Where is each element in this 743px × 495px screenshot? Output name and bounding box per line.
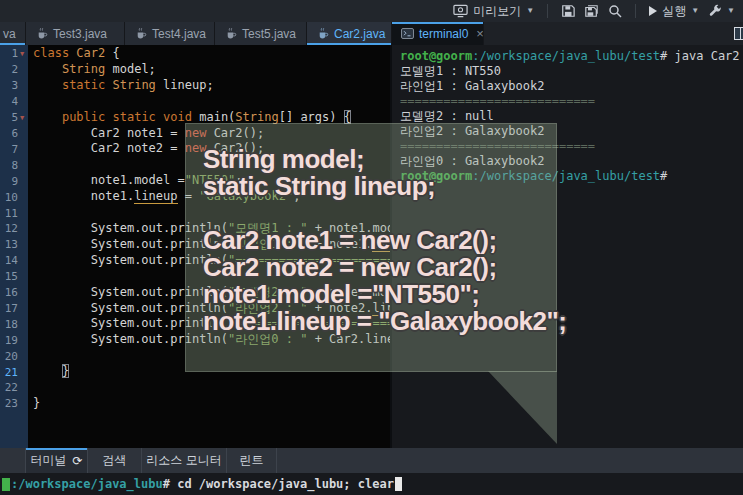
line-number[interactable]: 19 <box>0 332 28 348</box>
toolbar-divider <box>635 4 636 18</box>
terminal-output-line: 라인업1 : Galaxybook2 <box>400 79 743 94</box>
line-number[interactable]: 3 <box>0 78 28 94</box>
wrench-icon <box>708 4 722 18</box>
tab-lint-panel[interactable]: 린트 <box>227 448 277 473</box>
magnified-code-line: String model; <box>203 146 566 173</box>
tab-test4-java[interactable]: Test4.java <box>125 22 215 45</box>
tab-search-panel[interactable]: 검색 <box>88 448 142 473</box>
tab-car2-java[interactable]: Car2.java × <box>307 22 392 45</box>
line-number[interactable]: 22 <box>0 380 28 396</box>
magnified-code-line: Car2 note1 = new Car2(); <box>203 227 566 254</box>
terminal-output-line: root@goorm:/workspace/java_lubu/test# ja… <box>400 49 743 64</box>
split-view-icon[interactable] <box>734 27 743 40</box>
line-number[interactable]: 23 <box>0 396 28 412</box>
code-line <box>33 380 390 396</box>
java-file-icon <box>134 27 147 40</box>
line-number[interactable]: 21 <box>0 364 28 380</box>
line-number[interactable]: 18 <box>0 316 28 332</box>
code-line: static String lineup; <box>33 78 390 94</box>
play-icon <box>649 6 657 16</box>
line-number[interactable]: 17 <box>0 301 28 317</box>
line-number[interactable]: 12 <box>0 221 28 237</box>
ide-window: 미리보기 ▼ 실행 ▼ ▼ <box>0 0 743 495</box>
line-number[interactable]: 5▼ <box>0 110 28 126</box>
toolbar-divider <box>547 4 548 18</box>
code-line <box>33 94 390 110</box>
line-number[interactable]: 20 <box>0 348 28 364</box>
preview-button[interactable]: 미리보기 ▼ <box>453 3 534 20</box>
line-number-gutter: 1▼2345▼67891011121314151617181920212223 <box>0 45 28 448</box>
preview-monitor-icon <box>453 4 468 18</box>
terminal-output-line: 모델명2 : null <box>400 109 743 124</box>
close-icon[interactable]: × <box>476 27 484 40</box>
tab-test5-java[interactable]: Test5.java <box>215 22 307 45</box>
refresh-icon[interactable]: ⟳ <box>72 455 82 467</box>
chevron-down-icon: ▼ <box>526 7 534 15</box>
magnified-code-line: Car2 note2 = new Car2(); <box>203 254 566 281</box>
line-number[interactable]: 14 <box>0 253 28 269</box>
tools-button[interactable]: ▼ <box>708 4 735 18</box>
terminal-cursor <box>395 477 402 491</box>
tab-resource-monitor-panel[interactable]: 리소스 모니터 <box>142 448 227 473</box>
code-line: String model; <box>33 62 390 78</box>
chevron-down-icon: ▼ <box>727 7 735 15</box>
line-number[interactable]: 1▼ <box>0 46 28 62</box>
magnified-code-line: static String lineup; <box>203 173 566 200</box>
line-number[interactable]: 10 <box>0 189 28 205</box>
magnified-code-line: note1.model ="NT550"; <box>203 281 566 308</box>
top-toolbar: 미리보기 ▼ 실행 ▼ ▼ <box>0 0 743 22</box>
code-line: class Car2 { <box>33 46 390 62</box>
editor-tabs: va Test3.java Test4.java Test5.java <box>0 22 392 45</box>
run-label: 실행 <box>662 3 686 20</box>
terminal-output-line: 모델명1 : NT550 <box>400 64 743 79</box>
tab-partial-java-file[interactable]: va <box>0 22 26 45</box>
line-number[interactable]: 8 <box>0 157 28 173</box>
tab-row: va Test3.java Test4.java Test5.java <box>0 22 743 45</box>
code-line: } <box>33 396 390 412</box>
bottom-panel-tabs: 터미널 ⟳ 검색 리소스 모니터 린트 <box>0 448 743 473</box>
save-button[interactable] <box>561 4 575 18</box>
chevron-down-icon: ▼ <box>691 7 699 15</box>
magnified-code-line <box>203 200 566 227</box>
line-number[interactable]: 15 <box>0 269 28 285</box>
magnified-code-line: note1.lineup = "Galaxybook2"; <box>203 308 566 335</box>
tab-terminal0[interactable]: terminal0 × <box>392 22 484 45</box>
bottom-terminal-prompt[interactable]: :/workspace/java_lubu# cd /workspace/jav… <box>0 473 743 495</box>
line-number[interactable]: 4 <box>0 94 28 110</box>
search-button[interactable] <box>608 4 622 18</box>
line-number[interactable]: 9 <box>0 173 28 189</box>
magnified-code-text: String model;static String lineup; Car2 … <box>203 146 566 335</box>
line-number[interactable]: 2 <box>0 62 28 78</box>
terminal-icon <box>401 28 414 39</box>
line-number[interactable]: 13 <box>0 237 28 253</box>
line-number[interactable]: 11 <box>0 205 28 221</box>
prompt-block <box>2 478 10 491</box>
tab-test3-java[interactable]: Test3.java <box>26 22 125 45</box>
java-file-icon <box>316 27 329 40</box>
search-icon <box>608 4 622 18</box>
run-button[interactable]: 실행 ▼ <box>649 3 699 20</box>
java-file-icon <box>224 27 237 40</box>
terminal-output-line: =========================== <box>400 94 743 109</box>
tab-terminal-panel[interactable]: 터미널 ⟳ <box>25 448 88 473</box>
save-icon <box>561 4 575 18</box>
line-number[interactable]: 7 <box>0 141 28 157</box>
preview-label: 미리보기 <box>473 3 521 20</box>
save-all-icon <box>584 4 599 18</box>
java-file-icon <box>35 27 48 40</box>
line-number[interactable]: 16 <box>0 285 28 301</box>
save-all-button[interactable] <box>584 4 599 18</box>
line-number[interactable]: 6 <box>0 126 28 142</box>
